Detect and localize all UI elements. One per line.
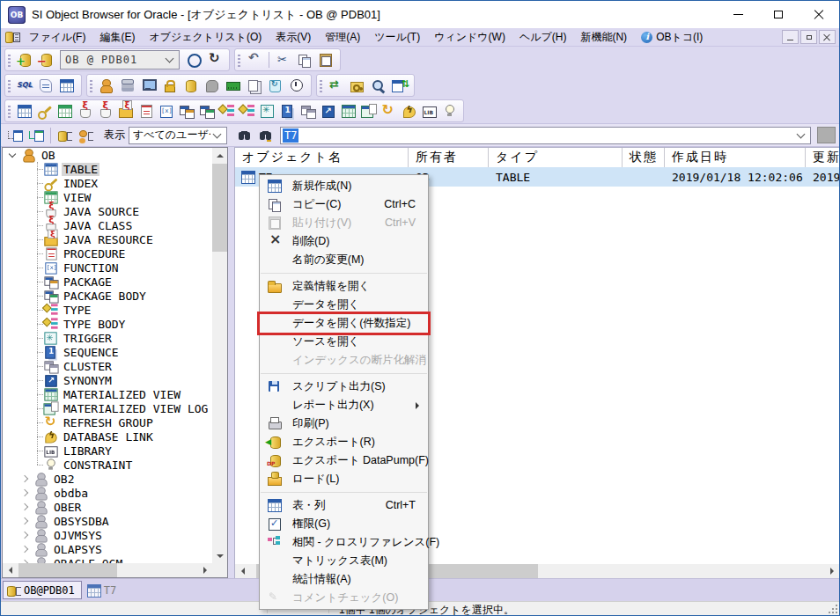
tree-item-materialized-view[interactable]: MATERIALIZED VIEW (3, 387, 212, 401)
menu-item-[interactable]: インデックスの断片化解消 (260, 351, 428, 370)
menubar-item-O[interactable]: オブジェクトリスト(O) (142, 28, 269, 46)
db-tree-button[interactable] (55, 125, 76, 146)
tree-item-database-link[interactable]: DATABASE LINK (3, 429, 212, 444)
papers-button[interactable] (244, 75, 265, 96)
tree-item-index[interactable]: INDEX (3, 176, 212, 190)
lock-button[interactable] (159, 75, 181, 96)
menu-item-G[interactable]: 権限(G) (260, 515, 428, 533)
paste-button[interactable] (315, 49, 336, 70)
minimize-button[interactable] (718, 1, 758, 28)
cut-button[interactable] (273, 49, 294, 70)
menu-item-F[interactable]: 相関 - クロスリファレンス(F) (260, 533, 428, 552)
scroll-left-button[interactable] (235, 564, 250, 578)
filter-extra-button[interactable] (817, 127, 836, 143)
view-button[interactable] (55, 100, 75, 121)
column-header-4[interactable]: 作成日時 (665, 148, 806, 167)
tree-switch-button[interactable] (26, 125, 47, 146)
db-remove-button[interactable] (35, 49, 56, 70)
menubar-item-T[interactable]: ツール(T) (367, 28, 427, 46)
tree-item-type-body[interactable]: TYPE BODY (3, 317, 212, 331)
mdi-close-button[interactable] (819, 30, 836, 44)
procedure-button[interactable] (136, 100, 156, 121)
package-body-button[interactable] (196, 100, 217, 121)
library-button[interactable] (419, 100, 439, 121)
tree-item-constraint[interactable]: CONSTRAINT (3, 458, 212, 472)
menu-item-C[interactable]: コピー(C)Ctrl+C (260, 195, 428, 214)
java-source-button[interactable] (75, 100, 95, 121)
menu-item-O[interactable]: コメントチェック(O) (260, 589, 428, 607)
ram-button[interactable] (223, 75, 244, 96)
tree-item-synonym[interactable]: SYNONYM (3, 373, 212, 387)
exchange-button[interactable] (326, 75, 347, 96)
menu-item-[interactable]: データを開く (260, 296, 428, 314)
scroll-left-button[interactable] (3, 563, 18, 577)
tree-schema-ober[interactable]: OBER (3, 500, 212, 514)
tree-item-library[interactable]: LIBRARY (3, 444, 212, 458)
menu-item-R[interactable]: エクスポート(R) (260, 433, 428, 451)
index-button[interactable] (34, 100, 55, 121)
scroll-up-button[interactable] (212, 148, 227, 163)
tree-schema-ojvmsys[interactable]: OJVMSYS (3, 528, 212, 542)
tree-item-trigger[interactable]: TRIGGER (3, 331, 212, 345)
column-header-2[interactable]: タイプ (489, 148, 623, 167)
tree-item-sequence[interactable]: SEQUENCE (3, 345, 212, 359)
sql-find-button[interactable] (368, 75, 389, 96)
table-sync-button[interactable] (389, 75, 410, 96)
constraint-button[interactable] (439, 100, 460, 121)
undo-button[interactable] (244, 49, 265, 70)
menu-item-A[interactable]: 統計情報(A) (260, 570, 428, 589)
menubar-item-N[interactable]: 新機能(N) (573, 28, 634, 46)
cluster-button[interactable] (298, 100, 318, 121)
menubar-item-V[interactable]: 表示(V) (269, 28, 318, 46)
package-button[interactable] (176, 100, 196, 121)
menu-item-M[interactable]: マトリックス表(M) (260, 552, 428, 570)
tree-schema-ob2[interactable]: OB2 (3, 472, 212, 486)
tree-schema-obdba[interactable]: obdba (3, 486, 212, 500)
rollback-button[interactable] (202, 75, 223, 96)
scroll-right-button[interactable] (197, 563, 212, 577)
menu-item-S[interactable]: スクリプト出力(S) (260, 378, 428, 396)
tree-vertical-scrollbar[interactable] (212, 148, 227, 563)
tree-item-package[interactable]: PACKAGE (3, 275, 212, 289)
menubar-item-W[interactable]: ウィンドウ(W) (427, 28, 512, 46)
synonym-button[interactable] (318, 100, 338, 121)
table-button[interactable] (14, 100, 34, 121)
tree-table-toggle-button[interactable] (4, 125, 26, 146)
tree-item-materialized-view-log[interactable]: MATERIALIZED VIEW LOG (3, 401, 212, 415)
mview-button[interactable] (338, 100, 358, 121)
cylinder-button[interactable] (181, 75, 202, 96)
tree-item-refresh-group[interactable]: REFRESH GROUP (3, 415, 212, 429)
tree-item-table[interactable]: TABLE (3, 162, 212, 176)
menubar-item-H[interactable]: ヘルプ(H) (512, 28, 574, 46)
scroll-down-button[interactable] (212, 548, 227, 563)
menu-item-[interactable]: 定義情報を開く (260, 277, 428, 296)
stop-button[interactable] (183, 49, 204, 70)
scroll-thumb[interactable] (212, 164, 227, 252)
tree-item-type[interactable]: TYPE (3, 303, 212, 317)
resize-grip[interactable] (827, 603, 837, 613)
menu-item-[interactable]: データを開く(件数指定) (260, 314, 428, 333)
menu-item-D[interactable]: 削除(D) (260, 232, 428, 251)
recycle-button[interactable] (265, 75, 286, 96)
maximize-button[interactable] (758, 1, 799, 28)
close-button[interactable] (799, 1, 839, 28)
user-button[interactable] (96, 75, 117, 96)
menu-item-X[interactable]: レポート出力(X) (260, 396, 428, 414)
user-tree-button[interactable] (76, 125, 97, 146)
menubar-item-OBI[interactable]: OBトコ(I) (634, 28, 710, 46)
menu-item-V[interactable]: 貼り付け(V)Ctrl+V (260, 214, 428, 232)
mdi-minimize-button[interactable] (782, 30, 799, 44)
tree-item-java-resource[interactable]: JAVA RESOURCE (3, 232, 212, 246)
menubar-item-A[interactable]: 管理(A) (318, 28, 367, 46)
refresh-button[interactable] (204, 49, 225, 70)
tab-obpdb01[interactable]: OB@PDB01 (3, 581, 82, 599)
tree-item-java-class[interactable]: JAVA CLASS (3, 218, 212, 232)
tree-item-java-source[interactable]: JAVA SOURCE (3, 204, 212, 218)
scroll-right-button[interactable] (824, 564, 839, 578)
copy-button[interactable] (294, 49, 315, 70)
grid-edit-button[interactable] (56, 75, 77, 96)
search-input[interactable]: T7 (280, 127, 811, 144)
refresh-group-button[interactable] (379, 100, 399, 121)
tree-schema-obsysdba[interactable]: OBSYSDBA (3, 514, 212, 528)
find-next-button[interactable] (255, 125, 276, 146)
